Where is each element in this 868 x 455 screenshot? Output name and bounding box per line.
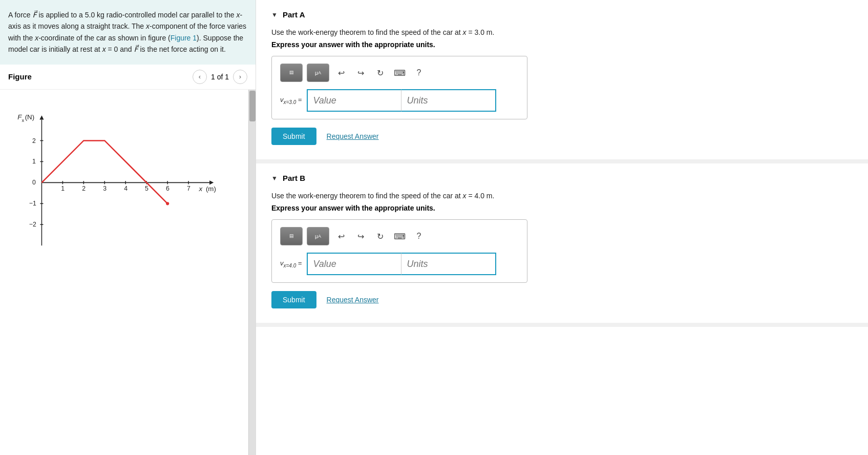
part-a-section: ▼ Part A Use the work-energy theorem to … xyxy=(256,0,868,163)
right-panel: ▼ Part A Use the work-energy theorem to … xyxy=(256,0,868,455)
svg-text:6: 6 xyxy=(166,184,170,192)
svg-point-32 xyxy=(166,202,169,205)
part-a-input-label: vx=3.0 = xyxy=(280,96,302,105)
part-a-redo-button[interactable]: ↪ xyxy=(353,65,368,80)
part-a-submit-button[interactable]: Submit xyxy=(271,128,316,145)
part-b-undo-button[interactable]: ↩ xyxy=(333,229,349,244)
part-a-header: ▼ Part A xyxy=(271,10,853,19)
part-a-answer-box: ▤ μA ↩ ↪ ↻ ⌨ ? vx=3.0 = xyxy=(271,56,527,119)
svg-text:7: 7 xyxy=(187,184,190,192)
part-a-question: Use the work-energy theorem to find the … xyxy=(271,28,853,36)
part-b-label: Part B xyxy=(283,174,305,182)
scrollbar[interactable] xyxy=(248,90,256,455)
part-b-redo-button[interactable]: ↪ xyxy=(353,229,368,244)
part-b-section: ▼ Part B Use the work-energy theorem to … xyxy=(256,163,868,327)
part-a-collapse-arrow[interactable]: ▼ xyxy=(271,11,278,18)
part-a-units-button[interactable]: μA xyxy=(307,64,329,82)
part-b-header: ▼ Part B xyxy=(271,174,853,182)
part-b-help-button[interactable]: ? xyxy=(411,229,427,244)
part-b-actions: Submit Request Answer xyxy=(271,291,853,308)
part-a-help-button[interactable]: ? xyxy=(411,65,427,80)
part-a-undo-button[interactable]: ↩ xyxy=(333,65,349,80)
svg-text:2: 2 xyxy=(82,184,86,192)
part-b-keyboard-button[interactable]: ⌨ xyxy=(392,229,407,244)
svg-text:−2: −2 xyxy=(29,221,36,228)
part-b-instruction: Express your answer with the appropriate… xyxy=(271,204,853,212)
part-a-fraction-button[interactable]: ▤ xyxy=(280,64,303,82)
part-a-input-row: vx=3.0 = xyxy=(280,89,519,112)
graph-svg: F x (N) xyxy=(10,98,230,252)
svg-text:2: 2 xyxy=(32,137,36,144)
part-a-actions: Submit Request Answer xyxy=(271,128,853,145)
part-b-input-row: vx=4.0 = xyxy=(280,253,519,275)
part-b-input-label: vx=4.0 = xyxy=(280,259,302,268)
figure-header: Figure ‹ 1 of 1 › xyxy=(0,65,256,90)
figure-link[interactable]: Figure 1 xyxy=(171,34,197,42)
part-a-units-input[interactable] xyxy=(401,89,496,112)
svg-text:(N): (N) xyxy=(25,113,34,121)
part-a-refresh-button[interactable]: ↻ xyxy=(372,65,388,80)
svg-text:−1: −1 xyxy=(29,200,36,207)
svg-text:(m): (m) xyxy=(206,184,216,192)
figure-section: Figure ‹ 1 of 1 › F x (N) xyxy=(0,65,256,455)
svg-text:0: 0 xyxy=(32,179,36,186)
svg-text:4: 4 xyxy=(124,184,128,192)
part-b-refresh-button[interactable]: ↻ xyxy=(372,229,388,244)
part-a-label: Part A xyxy=(283,10,305,19)
svg-text:x: x xyxy=(199,184,203,192)
part-b-value-input[interactable] xyxy=(307,253,401,275)
svg-text:5: 5 xyxy=(145,184,149,192)
svg-text:3: 3 xyxy=(103,184,107,192)
figure-navigation: ‹ 1 of 1 › xyxy=(193,70,247,84)
part-b-fraction-button[interactable]: ▤ xyxy=(280,227,303,245)
part-b-toolbar: ▤ μA ↩ ↪ ↻ ⌨ ? xyxy=(280,227,519,245)
figure-canvas: F x (N) xyxy=(0,90,256,455)
part-b-submit-button[interactable]: Submit xyxy=(271,291,316,308)
part-b-collapse-arrow[interactable]: ▼ xyxy=(271,175,278,182)
part-b-question: Use the work-energy theorem to find the … xyxy=(271,192,853,200)
part-b-answer-box: ▤ μA ↩ ↪ ↻ ⌨ ? vx=4.0 = xyxy=(271,219,527,283)
figure-prev-button[interactable]: ‹ xyxy=(193,70,207,84)
problem-description: A force F⃗ is applied to a 5.0 kg radio-… xyxy=(0,0,256,65)
left-panel: A force F⃗ is applied to a 5.0 kg radio-… xyxy=(0,0,256,455)
part-a-request-answer-button[interactable]: Request Answer xyxy=(327,132,379,140)
part-a-value-input[interactable] xyxy=(307,89,401,112)
figure-next-button[interactable]: › xyxy=(233,70,247,84)
part-b-units-button[interactable]: μA xyxy=(307,227,329,245)
svg-text:x: x xyxy=(22,117,25,122)
svg-marker-5 xyxy=(209,180,214,184)
part-b-units-input[interactable] xyxy=(401,253,496,275)
figure-title: Figure xyxy=(8,72,32,81)
figure-page: 1 of 1 xyxy=(211,73,229,81)
part-b-request-answer-button[interactable]: Request Answer xyxy=(327,296,379,304)
part-a-instruction: Express your answer with the appropriate… xyxy=(271,40,853,49)
part-a-keyboard-button[interactable]: ⌨ xyxy=(392,65,407,80)
part-a-toolbar: ▤ μA ↩ ↪ ↻ ⌨ ? xyxy=(280,64,519,82)
svg-text:1: 1 xyxy=(32,158,36,165)
svg-marker-6 xyxy=(39,115,44,119)
svg-text:1: 1 xyxy=(61,184,65,192)
